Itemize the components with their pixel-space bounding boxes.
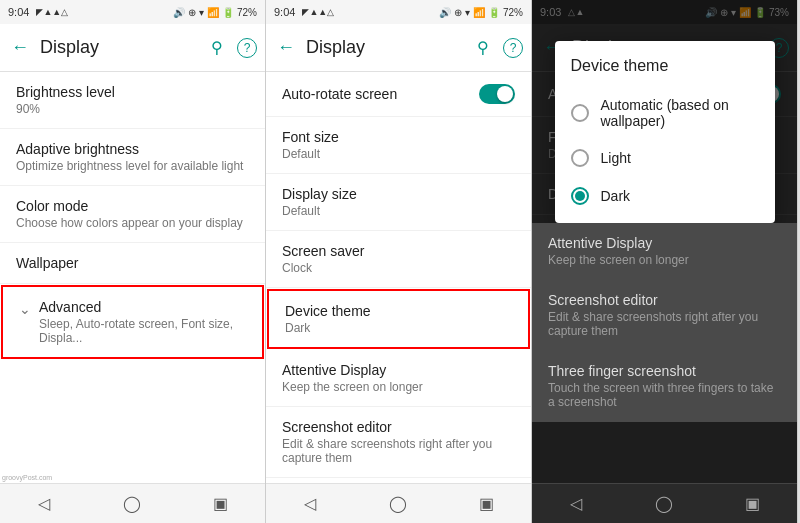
settings-item-display-size[interactable]: Display size Default <box>266 174 531 231</box>
help-icon-1[interactable]: ? <box>237 38 257 58</box>
below-three-finger: Three finger screenshot Touch the screen… <box>532 351 797 422</box>
radio-circle-light <box>571 149 589 167</box>
settings-item-brightness[interactable]: Brightness level 90% <box>0 72 265 129</box>
help-icon-2[interactable]: ? <box>503 38 523 58</box>
settings-list-1: Brightness level 90% Adaptive brightness… <box>0 72 265 483</box>
status-time-1: 9:04 ◤▲▲△ <box>8 6 68 18</box>
back-button-2[interactable]: ← <box>274 36 298 60</box>
watermark-1: groovyPost.com <box>2 474 52 481</box>
settings-item-device-theme[interactable]: Device theme Dark <box>267 289 530 349</box>
nav-back-2[interactable]: ◁ <box>295 489 325 519</box>
radio-inner-dark <box>575 191 585 201</box>
below-dialog-content: Attentive Display Keep the screen on lon… <box>532 223 797 422</box>
bottom-nav-1: ◁ ◯ ▣ <box>0 483 265 523</box>
panel-2: 9:04 ◤▲▲△ 🔊 ⊕ ▾ 📶 🔋 72% ← Display ⚲ ? Au… <box>266 0 532 523</box>
radio-circle-automatic <box>571 104 589 122</box>
nav-recents-3[interactable]: ▣ <box>738 489 768 519</box>
panel-1: 9:04 ◤▲▲△ 🔊 ⊕ ▾ 📶 🔋 72% ← Display ⚲ ? Br… <box>0 0 266 523</box>
settings-list-2: Auto-rotate screen Font size Default Dis… <box>266 72 531 483</box>
nav-back-1[interactable]: ◁ <box>29 489 59 519</box>
radio-option-light[interactable]: Light <box>555 139 775 177</box>
below-screenshot-editor: Screenshot editor Edit & share screensho… <box>532 280 797 351</box>
nav-back-3[interactable]: ◁ <box>561 489 591 519</box>
nav-home-2[interactable]: ◯ <box>383 489 413 519</box>
radio-circle-dark <box>571 187 589 205</box>
settings-item-color-mode[interactable]: Color mode Choose how colors appear on y… <box>0 186 265 243</box>
page-title-1: Display <box>40 37 197 58</box>
device-theme-dialog: Device theme Automatic (based on wallpap… <box>555 41 775 223</box>
settings-item-auto-rotate[interactable]: Auto-rotate screen <box>266 72 531 117</box>
below-attentive-display: Attentive Display Keep the screen on lon… <box>532 223 797 280</box>
settings-item-advanced[interactable]: ⌄ Advanced Sleep, Auto-rotate screen, Fo… <box>1 285 264 359</box>
status-bar-1: 9:04 ◤▲▲△ 🔊 ⊕ ▾ 📶 🔋 72% <box>0 0 265 24</box>
top-bar-2: ← Display ⚲ ? <box>266 24 531 72</box>
status-bar-2: 9:04 ◤▲▲△ 🔊 ⊕ ▾ 📶 🔋 72% <box>266 0 531 24</box>
bottom-nav-2: ◁ ◯ ▣ <box>266 483 531 523</box>
settings-item-wallpaper[interactable]: Wallpaper <box>0 243 265 284</box>
search-icon-2[interactable]: ⚲ <box>471 36 495 60</box>
bottom-nav-3: ◁ ◯ ▣ <box>532 483 797 523</box>
settings-item-font-size[interactable]: Font size Default <box>266 117 531 174</box>
settings-item-adaptive-brightness[interactable]: Adaptive brightness Optimize brightness … <box>0 129 265 186</box>
nav-home-1[interactable]: ◯ <box>117 489 147 519</box>
settings-item-screenshot-editor[interactable]: Screenshot editor Edit & share screensho… <box>266 407 531 478</box>
dialog-overlay[interactable]: Device theme Automatic (based on wallpap… <box>532 0 797 523</box>
chevron-down-icon: ⌄ <box>19 301 31 317</box>
nav-home-3[interactable]: ◯ <box>649 489 679 519</box>
radio-option-dark[interactable]: Dark <box>555 177 775 215</box>
top-bar-1: ← Display ⚲ ? <box>0 24 265 72</box>
search-icon-1[interactable]: ⚲ <box>205 36 229 60</box>
page-title-2: Display <box>306 37 463 58</box>
settings-item-attentive-display[interactable]: Attentive Display Keep the screen on lon… <box>266 350 531 407</box>
auto-rotate-toggle[interactable] <box>479 84 515 104</box>
back-button-1[interactable]: ← <box>8 36 32 60</box>
panel-3: 9:03 △▲ 🔊 ⊕ ▾ 📶 🔋 73% ← Display ⚲ ? Auto… <box>532 0 798 523</box>
radio-option-automatic[interactable]: Automatic (based on wallpaper) <box>555 87 775 139</box>
settings-item-screen-saver[interactable]: Screen saver Clock <box>266 231 531 288</box>
nav-recents-1[interactable]: ▣ <box>206 489 236 519</box>
nav-recents-2[interactable]: ▣ <box>472 489 502 519</box>
dialog-title: Device theme <box>555 57 775 87</box>
